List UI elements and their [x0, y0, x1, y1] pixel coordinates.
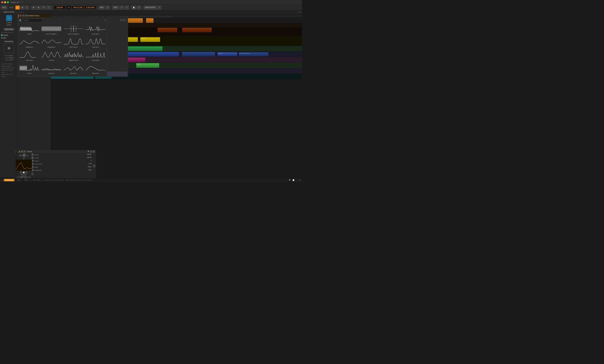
punch-button[interactable]: ✦: [41, 6, 46, 10]
bp-expand-btn[interactable]: ▲: [92, 150, 95, 153]
tag-clean[interactable]: clean: [10, 69, 13, 71]
bp-size-btn[interactable]: ⬜: [23, 171, 25, 174]
tag-poly[interactable]: poly: [10, 74, 13, 75]
clip-hats-3[interactable]: [182, 28, 212, 32]
status-search-icon[interactable]: 🔍: [289, 179, 291, 181]
track-actions-icon[interactable]: ☰: [298, 11, 299, 13]
track-list-icon2[interactable]: ⊞: [21, 11, 22, 13]
bp-output-knob1[interactable]: [31, 153, 34, 156]
tag-digital[interactable]: digital: [2, 65, 6, 67]
copy-button[interactable]: 📋: [131, 6, 136, 10]
curves-arrow[interactable]: →: [15, 37, 17, 39]
status-icon3[interactable]: ⊞: [37, 179, 38, 181]
bp-right-add-btn[interactable]: +: [93, 165, 95, 167]
tag-fast[interactable]: fast: [2, 67, 4, 69]
curve-item-jaggedrocks[interactable]: Jagged Rocks: [63, 50, 84, 63]
bp-add-module-btn[interactable]: +: [31, 173, 34, 175]
click-button[interactable]: 🎵: [46, 6, 51, 10]
tag-chord[interactable]: chord: [2, 76, 5, 77]
tag-acoustic[interactable]: acoustic: [2, 63, 7, 65]
minimize-button[interactable]: [4, 1, 6, 3]
curve-item-mirrored2[interactable]: Mirrored II: [63, 63, 84, 76]
curve-item-holystupa[interactable]: Holy Stupa: [19, 50, 40, 63]
terrain-plus-icon[interactable]: +: [123, 19, 125, 21]
status-icon4[interactable]: ☰: [39, 179, 40, 181]
status-icon1[interactable]: ✤: [33, 179, 35, 181]
track-list-icon3[interactable]: ═: [23, 11, 24, 13]
close-tab-icon[interactable]: ×: [22, 1, 23, 3]
bp-pencil-btn[interactable]: ✏: [20, 171, 22, 174]
track-mute-kickbass[interactable]: M: [19, 14, 22, 17]
curve-item-holychurch[interactable]: Holy Church: [63, 37, 84, 50]
track-list-icon1[interactable]: ☰: [19, 11, 20, 13]
time-sig[interactable]: 4/4: [66, 6, 71, 10]
terrain-close-icon[interactable]: ×: [126, 19, 126, 21]
tag-dark[interactable]: dark: [6, 69, 9, 71]
status-icon2[interactable]: ✏: [35, 179, 37, 181]
maximize-button[interactable]: [7, 1, 9, 3]
play-button[interactable]: ▶: [15, 6, 20, 10]
curve-item-harm2[interactable]: Harm-Triangles II: [63, 24, 84, 37]
arrange-tab[interactable]: ARRANGE: [4, 179, 14, 181]
curve-item-march[interactable]: March: [19, 63, 40, 76]
bp-deg-down[interactable]: ◂: [20, 176, 23, 178]
bp-grid-btn[interactable]: ⊞: [21, 150, 23, 153]
tag-slow[interactable]: slow: [5, 67, 8, 69]
bp-deg-up[interactable]: ▸: [24, 176, 26, 178]
file-button[interactable]: FILE: [1, 6, 7, 10]
clip-kickbass-2[interactable]: [146, 18, 153, 23]
curve-item-heartbeat[interactable]: Heart Beat: [85, 24, 106, 37]
position-display[interactable]: 99.3.2.36: [72, 6, 84, 9]
edit-button[interactable]: EDIT: [112, 6, 119, 10]
filter-any-category[interactable]: Any Category: [4, 57, 14, 59]
curve-item-mobydick[interactable]: Moby Dick: [85, 63, 106, 76]
status-file-icon[interactable]: 📄: [292, 179, 294, 181]
add-button[interactable]: ADD: [99, 6, 105, 10]
close-button[interactable]: [1, 1, 3, 3]
loop-button[interactable]: ⇄: [31, 6, 36, 10]
bp-add-btn[interactable]: +: [25, 171, 28, 174]
status-more-icon[interactable]: ⋯: [296, 179, 298, 181]
help-button[interactable]: ?: [158, 6, 162, 10]
capture-button[interactable]: ⊙: [106, 6, 110, 10]
redo-button[interactable]: ↪: [125, 6, 129, 10]
filter-any-creator[interactable]: Any Creator: [4, 59, 14, 61]
bp-list-btn[interactable]: ☰: [23, 150, 25, 153]
stop-button[interactable]: ■: [20, 6, 24, 10]
tag-analog[interactable]: analog: [8, 63, 12, 65]
tag-soft[interactable]: soft: [12, 67, 14, 69]
tag-glide[interactable]: glide: [2, 74, 5, 75]
track-arm-kickbass[interactable]: M: [25, 14, 27, 17]
curve-item-harm1[interactable]: Harm-Triangles I: [40, 24, 62, 37]
record-button[interactable]: ●: [25, 6, 29, 10]
show-help-button[interactable]: Show Help: [3, 28, 14, 31]
rewind-button[interactable]: ⏮: [36, 6, 41, 10]
time-display[interactable]: 3:02.003: [85, 6, 96, 9]
curve-item-mirrored1[interactable]: Mirrored I: [40, 63, 62, 76]
tag-rhythmic[interactable]: rhythmic: [6, 65, 12, 67]
modulator-button[interactable]: MODULATOR: [144, 6, 157, 10]
curves-search-input[interactable]: [22, 19, 42, 22]
tag-dirty[interactable]: dirty: [2, 72, 4, 73]
curve-item-increase[interactable]: Increase: [40, 50, 62, 63]
curve-item-holymosc[interactable]: Holy Mosc: [85, 37, 106, 50]
cursor-icon[interactable]: ↖: [300, 11, 301, 13]
tag-mono[interactable]: mono: [5, 74, 9, 75]
clip-shaker-2[interactable]: shaker #3: [140, 37, 160, 42]
mix-tab[interactable]: MIX: [16, 179, 22, 181]
bp-rate-knob[interactable]: [22, 153, 26, 157]
bp-search-icon[interactable]: 🔍: [88, 151, 89, 152]
tempo-display[interactable]: 130.00: [54, 6, 65, 9]
curve-item-latespikes[interactable]: Late Spikes: [85, 50, 106, 63]
undo-button[interactable]: ↩: [120, 6, 124, 10]
curves-browser-close[interactable]: ×: [104, 19, 106, 22]
tag-hard[interactable]: hard: [8, 67, 11, 69]
tag-bright[interactable]: bright: [2, 69, 5, 71]
curve-item-hedgehog2[interactable]: Hedgehog II: [40, 37, 62, 50]
bp-close-btn[interactable]: ×: [90, 150, 92, 153]
status-grid-icon[interactable]: ⊞: [299, 179, 301, 181]
clip-hats-2[interactable]: [158, 28, 177, 32]
bp-output-knob2[interactable]: [31, 157, 34, 159]
delete-button[interactable]: ✕: [137, 6, 141, 10]
filter-all-locations[interactable]: All Locations: [4, 55, 14, 56]
